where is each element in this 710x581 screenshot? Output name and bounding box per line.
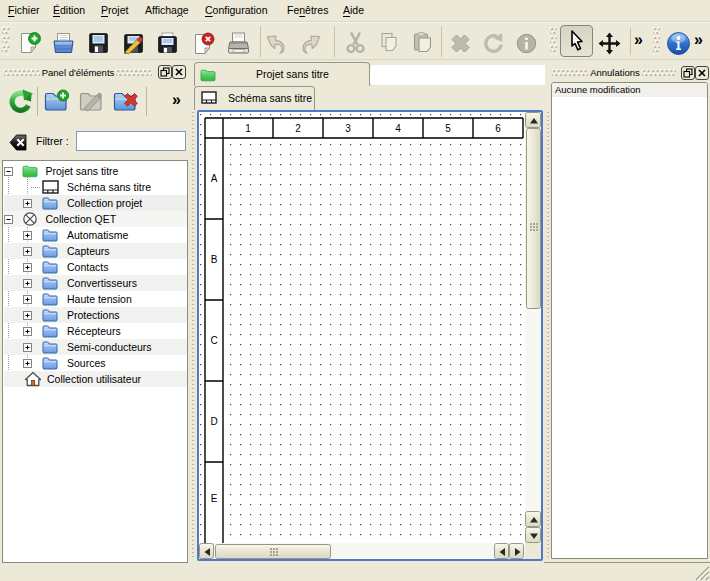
svg-text:4: 4 [395,123,401,134]
svg-text:2: 2 [295,123,301,134]
svg-text:C: C [210,335,217,346]
svg-text:E: E [211,493,218,504]
svg-text:1: 1 [245,123,251,134]
svg-text:D: D [210,416,217,427]
svg-text:5: 5 [445,123,451,134]
svg-text:3: 3 [345,123,351,134]
svg-text:A: A [211,173,218,184]
svg-text:B: B [211,254,218,265]
svg-text:6: 6 [495,123,501,134]
